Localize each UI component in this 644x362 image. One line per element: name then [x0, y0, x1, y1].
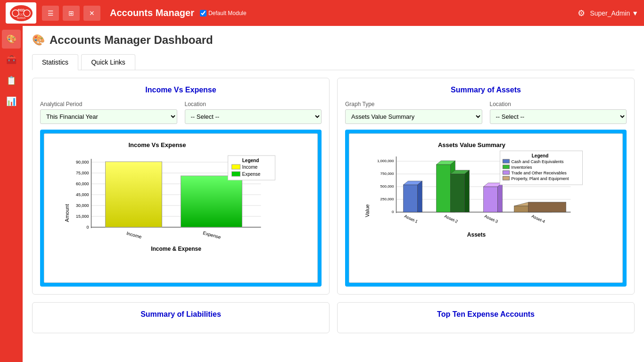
assets-filters: Graph Type Assets Value Summary Location… — [345, 101, 627, 124]
svg-rect-73 — [503, 165, 510, 169]
top-ten-expense-card: Top Ten Expense Accounts — [337, 302, 635, 333]
svg-text:CC: CC — [19, 13, 23, 16]
tab-quick-links[interactable]: Quick Links — [81, 54, 135, 70]
svg-text:Income: Income — [242, 165, 258, 170]
svg-text:750,000: 750,000 — [380, 172, 394, 176]
analytical-period-select[interactable]: This Financial Year — [40, 109, 177, 124]
svg-text:Assets: Assets — [467, 231, 486, 238]
default-module-badge: Default Module — [200, 10, 247, 16]
tab-statistics[interactable]: Statistics — [32, 54, 78, 70]
svg-text:Income: Income — [126, 230, 142, 239]
summary-of-liabilities-title: Summary of Liabilities — [40, 310, 322, 319]
default-module-checkbox[interactable] — [200, 10, 206, 16]
svg-marker-57 — [465, 170, 470, 212]
analytical-period-label: Analytical Period — [40, 101, 177, 107]
svg-text:Amount: Amount — [64, 204, 70, 222]
nav-title: Accounts Manager Default Module — [110, 8, 574, 18]
svg-text:RED: RED — [17, 8, 25, 12]
svg-rect-75 — [503, 171, 510, 174]
svg-rect-25 — [181, 176, 242, 227]
summary-of-assets-card: Summary of Assets Graph Type Assets Valu… — [337, 78, 635, 295]
svg-rect-71 — [503, 159, 510, 163]
summary-of-liabilities-card: Summary of Liabilities — [32, 302, 330, 333]
default-module-label: Default Module — [208, 10, 247, 16]
sidebar: 🎨 🧰 📋 📊 — [0, 26, 23, 362]
svg-text:Asset-3: Asset-3 — [484, 214, 499, 224]
hamburger-button[interactable]: ☰ — [42, 6, 59, 21]
summary-of-assets-title: Summary of Assets — [345, 86, 627, 94]
nav-title-text: Accounts Manager — [110, 8, 194, 18]
income-vs-expense-title: Income Vs Expense — [40, 86, 322, 94]
navbar: RED CC SERIES ☰ ⊞ ✕ Accounts Manager Def… — [0, 0, 644, 26]
svg-marker-60 — [498, 183, 503, 212]
logo: RED CC SERIES — [6, 2, 36, 24]
grid-button[interactable]: ⊞ — [63, 6, 80, 21]
graph-type-label: Graph Type — [345, 101, 482, 107]
assets-chart-inner: Assets Value Summary Value 1,000,000 750… — [349, 133, 623, 283]
svg-rect-77 — [503, 176, 510, 180]
svg-text:Expense: Expense — [242, 172, 261, 177]
svg-marker-55 — [451, 174, 465, 212]
main-content: 🎨 Accounts Manager Dashboard Statistics … — [23, 26, 644, 362]
svg-text:Property, Plant and Equipment: Property, Plant and Equipment — [512, 176, 569, 181]
svg-text:1,000,000: 1,000,000 — [377, 159, 394, 163]
settings-icon[interactable]: ⚙ — [578, 8, 585, 18]
svg-text:Trade and Other Receivables: Trade and Other Receivables — [512, 171, 567, 175]
svg-rect-24 — [106, 162, 162, 227]
sidebar-item-reports[interactable]: 📋 — [2, 71, 21, 90]
sidebar-item-statistics[interactable]: 📊 — [2, 92, 21, 111]
assets-location-group: Location -- Select -- — [490, 101, 627, 124]
graph-type-select[interactable]: Assets Value Summary — [345, 109, 482, 124]
ive-chart-svg: Income Vs Expense Amount 90,000 75,000 6… — [48, 138, 314, 277]
assets-chart-svg: Assets Value Summary Value 1,000,000 750… — [353, 138, 619, 277]
svg-marker-52 — [437, 165, 451, 212]
dashboard-icon: 🎨 — [32, 34, 45, 46]
nav-right: ⚙ Super_Admin ▼ — [578, 8, 638, 18]
svg-marker-51 — [418, 181, 422, 212]
graph-type-group: Graph Type Assets Value Summary — [345, 101, 482, 124]
tabs-container: Statistics Quick Links — [32, 54, 635, 70]
svg-text:Inventories: Inventories — [512, 165, 533, 170]
page-title: 🎨 Accounts Manager Dashboard — [32, 33, 635, 47]
page-title-text: Accounts Manager Dashboard — [50, 33, 213, 47]
svg-text:75,000: 75,000 — [76, 171, 89, 175]
svg-text:15,000: 15,000 — [76, 214, 89, 219]
svg-text:Income & Expense: Income & Expense — [151, 246, 201, 252]
svg-text:250,000: 250,000 — [380, 197, 394, 201]
svg-marker-49 — [404, 185, 418, 212]
svg-text:SERIES: SERIES — [17, 16, 25, 19]
svg-rect-31 — [232, 165, 240, 169]
user-menu[interactable]: Super_Admin ▼ — [590, 9, 638, 17]
ive-chart-box: Income Vs Expense Amount 90,000 75,000 6… — [40, 130, 322, 287]
svg-text:Cash and Cash Equivalents: Cash and Cash Equivalents — [512, 159, 564, 164]
svg-text:Expense: Expense — [202, 230, 222, 240]
ive-chart-inner: Income Vs Expense Amount 90,000 75,000 6… — [44, 133, 318, 283]
svg-text:0: 0 — [392, 210, 394, 214]
svg-text:60,000: 60,000 — [76, 181, 89, 186]
svg-text:500,000: 500,000 — [380, 184, 394, 189]
svg-text:90,000: 90,000 — [76, 160, 89, 165]
dashboard-grid: Income Vs Expense Analytical Period This… — [32, 78, 635, 333]
username-label: Super_Admin — [590, 9, 630, 17]
sidebar-item-tools[interactable]: 🧰 — [2, 50, 21, 69]
assets-location-label: Location — [490, 101, 627, 107]
assets-chart-box: Assets Value Summary Value 1,000,000 750… — [345, 130, 627, 287]
svg-text:Legend: Legend — [532, 153, 549, 158]
ive-location-label: Location — [185, 101, 322, 107]
assets-location-select[interactable]: -- Select -- — [490, 109, 627, 124]
svg-text:Asset-1: Asset-1 — [404, 214, 419, 224]
svg-text:Legend: Legend — [242, 158, 259, 163]
ive-location-group: Location -- Select -- — [185, 101, 322, 124]
top-ten-expense-title: Top Ten Expense Accounts — [345, 310, 627, 319]
income-vs-expense-card: Income Vs Expense Analytical Period This… — [32, 78, 330, 295]
svg-rect-33 — [232, 172, 240, 176]
ive-location-select[interactable]: -- Select -- — [185, 109, 322, 124]
svg-marker-63 — [528, 202, 566, 212]
svg-text:Asset-4: Asset-4 — [531, 214, 546, 224]
analytical-period-group: Analytical Period This Financial Year — [40, 101, 177, 124]
svg-text:Value: Value — [364, 204, 370, 217]
svg-text:30,000: 30,000 — [76, 203, 89, 208]
close-button[interactable]: ✕ — [83, 6, 100, 21]
svg-marker-58 — [484, 187, 498, 212]
sidebar-item-theme[interactable]: 🎨 — [2, 30, 21, 49]
